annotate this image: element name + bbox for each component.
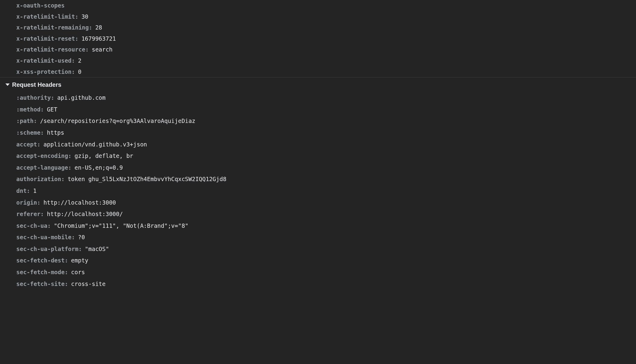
request-header-row[interactable]: referer: http://localhost:3000/ xyxy=(0,208,636,220)
header-name: authorization xyxy=(16,175,61,183)
header-value: "macOS" xyxy=(85,245,109,253)
request-header-row[interactable]: sec-fetch-site: cross-site xyxy=(0,278,636,290)
header-value: empty xyxy=(71,256,88,265)
header-value: api.github.com xyxy=(57,94,106,102)
request-header-row[interactable]: sec-ch-ua-mobile: ?0 xyxy=(0,231,636,243)
header-name: x-xss-protection xyxy=(16,68,72,76)
response-headers-section: x-oauth-scopes x-ratelimit-limit: 30 x-r… xyxy=(0,0,636,77)
header-colon: : xyxy=(40,105,44,114)
response-header-row[interactable]: x-ratelimit-remaining: 28 xyxy=(0,22,636,33)
request-header-row[interactable]: sec-ch-ua-platform: "macOS" xyxy=(0,243,636,255)
header-name: referer xyxy=(16,210,40,218)
header-name: :method xyxy=(16,105,40,114)
header-colon: : xyxy=(51,94,54,102)
header-colon: : xyxy=(75,13,78,21)
header-colon: : xyxy=(75,35,78,43)
header-colon: : xyxy=(65,268,68,276)
request-headers-section: Request Headers :authority: api.github.c… xyxy=(0,77,636,290)
header-name: x-ratelimit-used xyxy=(16,57,72,65)
header-value: http://localhost:3000 xyxy=(43,199,116,207)
request-header-row[interactable]: sec-fetch-dest: empty xyxy=(0,255,636,266)
header-colon: : xyxy=(72,233,75,241)
header-colon: : xyxy=(40,129,44,137)
header-colon: : xyxy=(68,152,72,160)
header-name: sec-fetch-mode xyxy=(16,268,65,276)
request-header-row[interactable]: :scheme: https xyxy=(0,127,636,139)
header-value: 0 xyxy=(78,68,81,76)
header-colon: : xyxy=(27,187,30,195)
header-colon: : xyxy=(68,164,72,172)
disclosure-triangle-icon xyxy=(5,83,10,86)
header-name: origin xyxy=(16,199,37,207)
header-colon: : xyxy=(85,46,89,54)
request-header-row[interactable]: :path: /search/repositories?q=org%3AAlva… xyxy=(0,115,636,127)
header-value: 1679963721 xyxy=(81,35,116,43)
header-value: cors xyxy=(71,268,85,276)
header-value: application/vnd.github.v3+json xyxy=(43,140,147,149)
request-header-row[interactable]: dnt: 1 xyxy=(0,185,636,197)
header-name: :authority xyxy=(16,94,51,102)
request-header-row[interactable]: authorization: token ghu_Sl5LxNzJtOZh4Em… xyxy=(0,173,636,185)
header-name: x-ratelimit-reset xyxy=(16,35,75,43)
request-header-row[interactable]: accept-encoding: gzip, deflate, br xyxy=(0,150,636,162)
header-value: GET xyxy=(47,105,57,114)
header-value: 2 xyxy=(78,57,81,65)
header-colon: : xyxy=(61,175,65,183)
request-header-row[interactable]: accept-language: en-US,en;q=0.9 xyxy=(0,162,636,174)
header-colon: : xyxy=(40,210,44,218)
header-name: x-ratelimit-remaining xyxy=(16,24,89,32)
header-name: accept-encoding xyxy=(16,152,68,160)
header-name: x-oauth-scopes xyxy=(16,2,65,10)
header-colon: : xyxy=(78,245,82,253)
header-name: x-ratelimit-limit xyxy=(16,13,75,21)
header-colon: : xyxy=(37,140,40,149)
header-colon: : xyxy=(47,222,51,230)
header-value: cross-site xyxy=(71,280,106,288)
header-value: ?0 xyxy=(78,233,85,241)
header-value: /search/repositories?q=org%3AAlvaroAquij… xyxy=(40,117,196,125)
header-name: :scheme xyxy=(16,129,40,137)
header-name: sec-fetch-dest xyxy=(16,256,65,265)
header-colon: : xyxy=(72,57,75,65)
headers-panel: x-oauth-scopes x-ratelimit-limit: 30 x-r… xyxy=(0,0,636,364)
header-value: token ghu_Sl5LxNzJtOZh4EmbvvYhCqxcSW2IQQ… xyxy=(68,175,226,183)
section-title-label: Request Headers xyxy=(12,80,61,89)
header-colon: : xyxy=(65,280,68,288)
request-header-row[interactable]: :authority: api.github.com xyxy=(0,92,636,104)
header-colon: : xyxy=(72,68,75,76)
header-name: x-ratelimit-resource xyxy=(16,46,85,54)
header-value: 28 xyxy=(95,24,102,32)
header-name: accept xyxy=(16,140,37,149)
request-headers-toggle[interactable]: Request Headers xyxy=(0,77,636,92)
header-name: :path xyxy=(16,117,33,125)
request-header-row[interactable]: origin: http://localhost:3000 xyxy=(0,197,636,209)
request-header-row[interactable]: sec-fetch-mode: cors xyxy=(0,266,636,278)
header-value: 30 xyxy=(81,13,88,21)
header-colon: : xyxy=(37,199,40,207)
header-value: https xyxy=(47,129,64,137)
header-name: accept-language xyxy=(16,164,68,172)
header-colon: : xyxy=(33,117,37,125)
response-header-row[interactable]: x-xss-protection: 0 xyxy=(0,66,636,77)
header-value: "Chromium";v="111", "Not(A:Brand";v="8" xyxy=(54,222,188,230)
header-value: gzip, deflate, br xyxy=(75,152,133,160)
header-colon: : xyxy=(89,24,92,32)
request-header-row[interactable]: sec-ch-ua: "Chromium";v="111", "Not(A:Br… xyxy=(0,220,636,232)
header-value: en-US,en;q=0.9 xyxy=(75,164,123,172)
header-name: sec-ch-ua-mobile xyxy=(16,233,72,241)
header-name: dnt xyxy=(16,187,27,195)
response-header-row[interactable]: x-ratelimit-limit: 30 xyxy=(0,11,636,22)
header-value: http://localhost:3000/ xyxy=(47,210,123,218)
header-colon: : xyxy=(65,256,68,265)
request-header-row[interactable]: :method: GET xyxy=(0,104,636,115)
header-value: 1 xyxy=(33,187,37,195)
header-name: sec-fetch-site xyxy=(16,280,65,288)
header-name: sec-ch-ua-platform xyxy=(16,245,78,253)
response-header-row[interactable]: x-ratelimit-used: 2 xyxy=(0,55,636,66)
header-name: sec-ch-ua xyxy=(16,222,47,230)
request-header-row[interactable]: accept: application/vnd.github.v3+json xyxy=(0,139,636,150)
header-value: search xyxy=(92,46,113,54)
response-header-row[interactable]: x-oauth-scopes xyxy=(0,0,636,11)
response-header-row[interactable]: x-ratelimit-reset: 1679963721 xyxy=(0,33,636,44)
response-header-row[interactable]: x-ratelimit-resource: search xyxy=(0,44,636,55)
